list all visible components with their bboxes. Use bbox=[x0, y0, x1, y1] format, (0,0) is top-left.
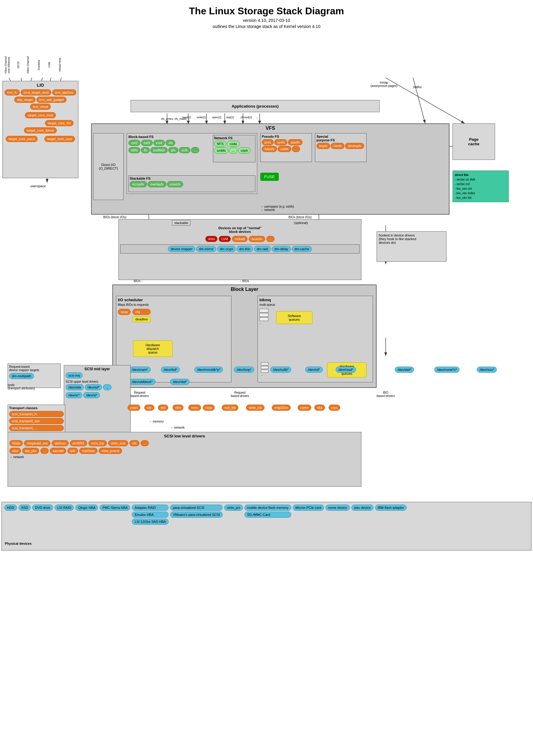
hw-dispatch-queue: Hardwaredispatchqueue bbox=[133, 340, 172, 357]
ext2: ext2 bbox=[128, 140, 140, 146]
iscsi-tcp: iscsi_tcp bbox=[89, 440, 107, 446]
nvme-device: nvme device bbox=[326, 505, 350, 511]
dev-sda: /dev/sda bbox=[65, 384, 84, 390]
transport-classes-label: Transport classes bbox=[9, 406, 64, 410]
virtio-scsi: virtio_scsi bbox=[108, 440, 128, 446]
cfq: cfq bbox=[132, 309, 151, 315]
dm-delay: dm-delay bbox=[272, 246, 291, 252]
skd-drv: skd bbox=[314, 405, 325, 411]
read2-label: read(2) bbox=[182, 116, 191, 119]
memory-label: → memory bbox=[149, 420, 164, 423]
dm-crypt: dm-crypt bbox=[217, 246, 236, 252]
dev-nvme-box: /dev/nvme*n* bbox=[434, 366, 460, 373]
dev-loop-box: /dev/loop* bbox=[234, 366, 254, 373]
nfs: NFS bbox=[214, 141, 226, 147]
pseudo-dotdot: ... bbox=[292, 146, 300, 152]
direct-io-box: Direct I/O(O_DIRECT) bbox=[93, 133, 124, 200]
network-fs-box: Network FS NFS coda smbfs ... ceph bbox=[213, 135, 255, 162]
unionfs: unionfs bbox=[167, 181, 183, 187]
sysfs: sysfs bbox=[274, 139, 287, 145]
write2-label: write(2) bbox=[197, 116, 206, 119]
micron-pcie: Micron PCIe card bbox=[293, 505, 324, 511]
devices-on-top-label: Devices on top of "normal"block devices bbox=[120, 226, 360, 233]
usbfs: usbfs bbox=[278, 146, 291, 152]
open2-label: open(2) bbox=[212, 116, 221, 119]
btrfs: btrfs bbox=[128, 147, 140, 153]
dev-sr-star: /dev/sr* bbox=[65, 392, 82, 398]
libata: libata bbox=[10, 440, 23, 446]
nvme-drv: nvme bbox=[298, 405, 311, 411]
virtio-blk-drv: virtio_blk bbox=[246, 405, 265, 411]
dev-skd-box: /dev/skd* bbox=[395, 366, 414, 373]
mtip32xx-drv: mtip32xx bbox=[272, 405, 291, 411]
ocfs: ocfs bbox=[179, 147, 190, 153]
malloc-label: malloc bbox=[413, 85, 422, 89]
ifs: ifs bbox=[141, 147, 150, 153]
ceph: ceph bbox=[238, 148, 251, 153]
tcm-vhost: tcm_vhost bbox=[30, 104, 51, 110]
physical-devices-label: Physical devices bbox=[5, 542, 32, 545]
dev-vd-box: /dev/vd* bbox=[305, 366, 323, 373]
dev-rssd-box: /dev/rssd* bbox=[336, 366, 356, 373]
dotdot-label: ... bbox=[256, 116, 259, 119]
vmware-pvscsi: VMware's para-virtualized SCSI bbox=[170, 512, 223, 518]
blkmq-label: blkmq bbox=[259, 298, 371, 302]
scsi-mq: scsi-mq bbox=[65, 372, 83, 378]
adaptec-raid: Adaptec RAID bbox=[132, 505, 168, 511]
special-fs-label: Specialpurpose FS bbox=[317, 135, 365, 142]
ata-dotdot: ... bbox=[40, 448, 49, 454]
dev-rsxx-box: /dev/rsxx* bbox=[477, 366, 497, 373]
smbfs: smbfs bbox=[214, 148, 228, 153]
target-core-mod: target_core_mod bbox=[25, 112, 56, 118]
fibre-channel-ethernet-label: Fibre Channelover Ethernet bbox=[4, 50, 10, 79]
rbd-drv: rbd bbox=[158, 405, 168, 411]
iso9660: iso9660 bbox=[150, 147, 168, 153]
stackable-fs-box: Stackable FS ecryptfs overlayfs unionfs bbox=[128, 176, 255, 192]
subtitle-line2: outlines the Linux storage stack as of K… bbox=[0, 24, 533, 29]
fs-dotdot: ... bbox=[191, 147, 199, 153]
hdd: HDD bbox=[4, 505, 17, 511]
ata-piix: ata_piix bbox=[22, 448, 39, 454]
page-cache-box: Pagecache bbox=[452, 123, 495, 160]
dev-nullb-box: /dev/nullb* bbox=[270, 366, 291, 373]
bios-down-right: ↓ BIOs bbox=[240, 279, 249, 283]
multi-queue-label: multi queue bbox=[259, 303, 371, 307]
tmpfs: tmpfs bbox=[317, 143, 330, 149]
low-dotdot: ... bbox=[140, 440, 149, 446]
dev-ubiblock-box: /dev/ubiblock* bbox=[129, 379, 156, 385]
proc: proc bbox=[262, 139, 274, 145]
vfs-section: VFS Direct I/O(O_DIRECT) Block-based FS … bbox=[91, 123, 449, 215]
pmc-sierra-hba: PMC-Sierra HBA bbox=[100, 505, 130, 511]
svg-line-15 bbox=[413, 78, 425, 123]
dev-nbd-box: /dev/nbd* bbox=[170, 379, 190, 385]
applications-label: Applications (processes) bbox=[232, 104, 279, 109]
loop-drv: loop bbox=[203, 405, 215, 411]
noop: noop bbox=[118, 309, 131, 315]
lio-label: LIO bbox=[4, 83, 77, 88]
nbd-drv: nbd bbox=[172, 405, 184, 411]
deadline: deadline bbox=[132, 316, 151, 322]
dvd-drive: DVD drive bbox=[32, 505, 53, 511]
tcm-usb-gadget: tcm_usb_gadget bbox=[37, 97, 66, 103]
firewire-label: FireWire bbox=[36, 50, 42, 79]
main-title: The Linux Storage Stack Diagram bbox=[0, 6, 533, 17]
qla2xxx-low: qla2xxx bbox=[52, 440, 68, 446]
dm-thin: dm-thin bbox=[237, 246, 253, 252]
target-core-file: target_core_file bbox=[45, 120, 73, 126]
pseudo-fs-box: Pseudo FS proc sysfs pipefs futexfs usbf… bbox=[260, 133, 312, 162]
vfs-label: VFS bbox=[93, 125, 447, 131]
io-scheduler-label: I/O scheduler bbox=[118, 298, 230, 302]
zram-drv: zram bbox=[128, 405, 140, 411]
ext4: ext4 bbox=[153, 140, 165, 146]
lvm: LVM bbox=[219, 236, 231, 242]
mobile-flash: mobile device flash memory bbox=[244, 505, 291, 511]
fibre-channel-label: Fibre Channel bbox=[25, 50, 31, 79]
scsi-transport-fc: scsi_transport_fc bbox=[9, 411, 64, 417]
scsi-upper-label: SCSI upper level drivers bbox=[65, 380, 129, 383]
lio-section: LIO tcm_fc iscsi_target_mod tcm_qla2xxx … bbox=[2, 81, 78, 178]
userspace-label: userspace bbox=[30, 184, 46, 188]
scsi-transport-dot: scsi_transport_... bbox=[9, 425, 64, 431]
futexfs: futexfs bbox=[262, 146, 277, 152]
lsi-raid: LSI RAID bbox=[55, 505, 74, 511]
bio-based-drivers: BIObased drivers bbox=[377, 391, 395, 398]
